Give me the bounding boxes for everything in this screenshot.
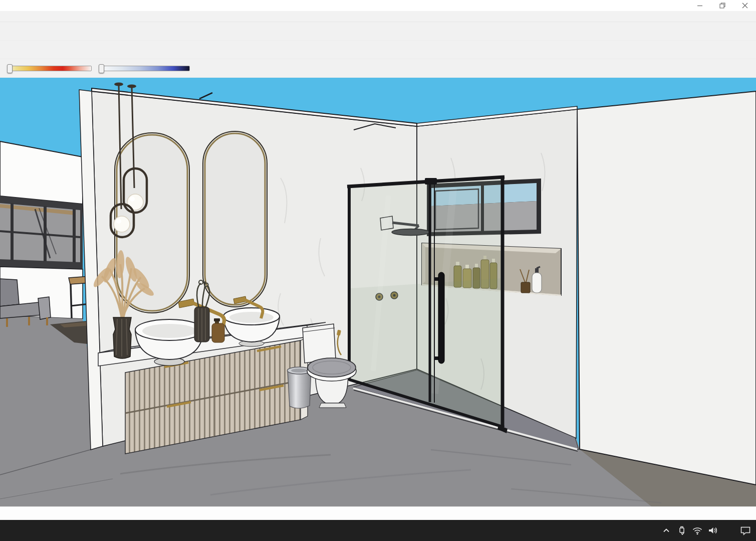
toolbar-row-1	[0, 22, 756, 41]
shadow-date-slider-handle[interactable]	[7, 64, 13, 73]
toolbar-row-2	[0, 41, 756, 59]
volume-icon[interactable]	[706, 524, 718, 536]
tray-chevron-up-icon[interactable]	[660, 524, 672, 536]
taskbar	[0, 520, 756, 541]
restore-button[interactable]	[711, 0, 733, 11]
shadow-date-slider[interactable]	[7, 66, 92, 72]
exterior-wall-right	[577, 91, 756, 485]
3d-scene	[0, 78, 756, 506]
3d-viewport[interactable]	[0, 78, 756, 506]
wifi-icon[interactable]	[691, 524, 703, 536]
statusbar	[0, 506, 756, 520]
shadow-date-track[interactable]	[7, 66, 92, 71]
shadow-toolbar	[7, 64, 190, 72]
system-tray	[660, 520, 756, 541]
notification-center-icon[interactable]	[739, 524, 751, 536]
shadow-time-slider-handle[interactable]	[99, 64, 104, 73]
usb-device-icon[interactable]	[675, 524, 687, 536]
titlebar	[0, 0, 756, 11]
shadow-time-track[interactable]	[99, 66, 190, 71]
minimize-button[interactable]	[688, 0, 711, 11]
mirror-right	[203, 131, 267, 307]
toolbar-row-3	[0, 59, 756, 78]
menubar	[0, 11, 756, 22]
close-button[interactable]	[733, 0, 756, 11]
shadow-time-slider[interactable]	[99, 66, 190, 72]
